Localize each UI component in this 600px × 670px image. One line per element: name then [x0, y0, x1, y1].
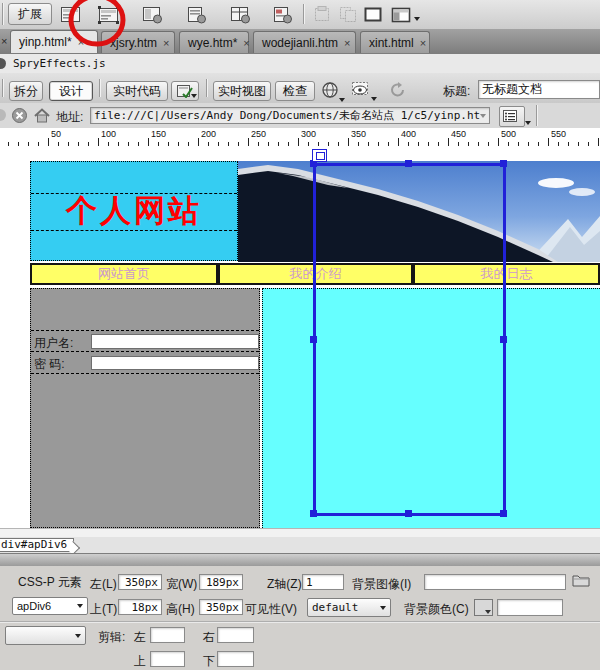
tab-close-icon[interactable]: ×: [243, 38, 249, 48]
dreamweaver-window: 扩展: [0, 0, 600, 670]
ruler-tick: [248, 138, 249, 146]
design-canvas[interactable]: 个人网站 网站首页: [0, 146, 600, 528]
dropdown-caret-icon: [525, 121, 531, 125]
address-dropdown-caret-icon[interactable]: [480, 114, 486, 118]
show-panel-icon[interactable]: [56, 3, 84, 26]
tag-selector-apdiv6[interactable]: div#apDiv6: [0, 538, 74, 552]
stop-button[interactable]: [12, 108, 27, 126]
check-browser-compat-button[interactable]: [171, 81, 199, 101]
panel-gear-icon: [142, 6, 163, 24]
address-url-input[interactable]: file:///C|/Users/Andy Dong/Documents/未命名…: [90, 107, 490, 124]
clip-bottom-input[interactable]: [217, 651, 254, 667]
live-code-button[interactable]: 实时代码: [106, 81, 168, 101]
left-label: 左(L): [90, 576, 117, 593]
address-url-text: file:///C|/Users/Andy Dong/Documents/未命名…: [94, 108, 480, 123]
toolbar-separator: [2, 3, 3, 25]
username-field[interactable]: [91, 334, 259, 349]
tab-xint[interactable]: xint.html ×: [360, 31, 430, 53]
clip-top-label: 上: [134, 653, 146, 670]
dropdown-caret-icon: [77, 604, 83, 608]
clipped-tab-close-icon[interactable]: ×: [1, 35, 7, 47]
panel-header-bar[interactable]: [0, 553, 600, 567]
tab-wodejianli[interactable]: wodejianli.htm ×: [253, 31, 356, 53]
clip-label: 剪辑:: [98, 629, 125, 646]
ruler-tick: [48, 138, 49, 146]
panel-icon: [60, 6, 81, 24]
apdiv-selection-outline[interactable]: [313, 163, 506, 516]
password-label: 密 码:: [34, 356, 65, 373]
dropdown-caret-icon: [75, 634, 81, 638]
sidebar-table-cell[interactable]: 用户名: 密 码:: [30, 288, 260, 528]
z-index-input[interactable]: [302, 574, 344, 590]
bg-color-swatch[interactable]: [474, 599, 493, 616]
ruler-tick: [548, 138, 549, 146]
related-file-spryeffects[interactable]: SpryEffects.js: [13, 57, 106, 70]
design-view-button[interactable]: 设计: [49, 81, 93, 101]
ruler-tick: [348, 138, 349, 146]
home-button[interactable]: [34, 108, 50, 126]
square-outline-icon: [364, 7, 382, 22]
element-id-select[interactable]: apDiv6: [12, 597, 88, 615]
layout-icon: [391, 7, 411, 23]
stop-icon: [12, 108, 27, 123]
tab-label: wye.htm*: [188, 36, 237, 50]
tab-label: xint.html: [369, 36, 414, 50]
bg-color-input[interactable]: [497, 599, 563, 616]
nav-cell-home[interactable]: 网站首页: [32, 265, 216, 283]
toolbar-separator: [206, 79, 207, 97]
ruler-tick: [398, 138, 399, 146]
toolbar-separator: [536, 105, 537, 126]
folder-icon: [572, 573, 590, 588]
visual-aids-button[interactable]: [352, 82, 371, 101]
height-input[interactable]: [199, 599, 243, 615]
inspect-button[interactable]: 检查: [275, 81, 315, 101]
report-gear-icon: [272, 6, 293, 24]
visibility-select[interactable]: default: [307, 598, 391, 617]
tab-close-icon[interactable]: ×: [78, 37, 84, 47]
ruler-label: 300: [301, 129, 316, 139]
circled-panel-icon-button[interactable]: [94, 3, 122, 26]
clip-left-label: 左: [134, 629, 146, 646]
ruler-label: 550: [551, 129, 566, 139]
clip-top-input[interactable]: [150, 651, 185, 667]
panel-gear-icon-button[interactable]: [138, 3, 166, 26]
browse-folder-button[interactable]: [572, 573, 590, 591]
table-gear-icon-button[interactable]: [226, 3, 254, 26]
expand-button[interactable]: 扩展: [8, 3, 52, 25]
ruler-label: 500: [501, 129, 516, 139]
live-view-button[interactable]: 实时视图: [213, 81, 271, 101]
clip-right-input[interactable]: [217, 627, 254, 643]
home-icon: [34, 108, 50, 123]
standard-mode-icon-button[interactable]: [361, 3, 385, 26]
tab-xjsry[interactable]: xjsry.htm ×: [101, 31, 175, 53]
top-input[interactable]: [118, 599, 162, 615]
password-field[interactable]: [91, 356, 259, 370]
doc-gear-icon: [186, 6, 207, 24]
class-select[interactable]: [5, 626, 86, 645]
dropdown-caret-icon: [191, 94, 197, 98]
width-input[interactable]: [199, 574, 243, 590]
view-options-button[interactable]: [499, 106, 525, 127]
split-view-button[interactable]: 拆分: [9, 81, 43, 101]
doc-gear-icon-button[interactable]: [182, 3, 210, 26]
ruler-tick: [148, 138, 149, 146]
tab-close-icon[interactable]: ×: [344, 38, 350, 48]
tab-close-icon[interactable]: ×: [420, 38, 426, 48]
tab-close-icon[interactable]: ×: [163, 38, 169, 48]
tab-yinp[interactable]: yinp.html* ×: [10, 30, 98, 53]
report-gear-icon-button[interactable]: [268, 3, 296, 26]
preview-in-browser-button[interactable]: [322, 82, 339, 102]
left-input[interactable]: [118, 574, 162, 590]
ruler-label: 250: [251, 129, 266, 139]
clip-left-input[interactable]: [150, 627, 185, 643]
horizontal-ruler: 50100150200250300350400450500550600: [0, 128, 600, 147]
table-row-divider: [31, 230, 237, 231]
source-code-icon[interactable]: [0, 58, 6, 69]
apdiv-anchor-handle[interactable]: [312, 149, 327, 162]
tab-wye[interactable]: wye.htm* ×: [179, 31, 249, 53]
site-title-text[interactable]: 个人网站: [31, 192, 237, 230]
bg-image-input[interactable]: [424, 574, 566, 590]
document-title-input[interactable]: [478, 80, 600, 99]
header-table-cell[interactable]: 个人网站: [30, 161, 238, 261]
layout-mode-icon-button[interactable]: [388, 3, 414, 26]
